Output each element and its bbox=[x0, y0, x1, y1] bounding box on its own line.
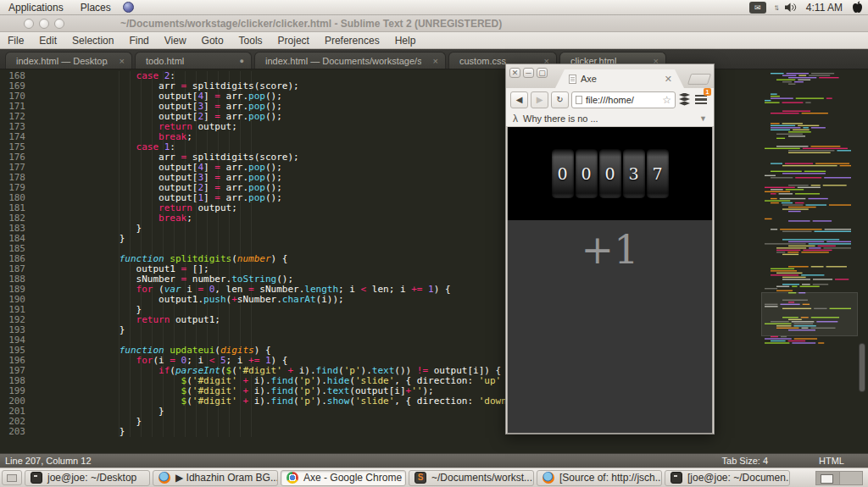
show-desktop-button[interactable] bbox=[2, 470, 22, 485]
line-number: 203 bbox=[0, 427, 25, 437]
chrome-menu-button[interactable]: 1 bbox=[694, 93, 709, 107]
bookmarks-bar: λ Why there is no ... ▼ bbox=[506, 111, 714, 127]
menu-preferences[interactable]: Preferences bbox=[317, 32, 387, 48]
browser-globe-icon[interactable] bbox=[123, 2, 134, 13]
menu-selection[interactable]: Selection bbox=[64, 32, 121, 48]
forward-button[interactable]: ▶ bbox=[531, 91, 548, 108]
odometer-digit: 0 bbox=[552, 149, 574, 198]
terminal-icon bbox=[31, 472, 42, 484]
menu-view[interactable]: View bbox=[157, 32, 194, 48]
syntax-indicator[interactable]: HTML bbox=[819, 456, 844, 466]
panel-menu-places[interactable]: Places bbox=[72, 2, 120, 14]
chrome-window: ✕ ─ ▢ Axe ✕ ◀ ▶ ↻ file:///home/ ☆ bbox=[505, 64, 715, 434]
network-icon[interactable]: ↑↓ bbox=[774, 3, 777, 12]
mail-icon[interactable]: ✉ bbox=[749, 2, 766, 14]
taskbar-window-label: ▶ Idhazhin Oram BG... bbox=[175, 472, 278, 484]
tab-close-icon[interactable]: × bbox=[108, 56, 125, 66]
tab-close-icon[interactable]: × bbox=[421, 56, 438, 66]
odometer-digit: 0 bbox=[599, 149, 621, 198]
odometer-counter: 00037 bbox=[508, 127, 712, 220]
terminal-icon bbox=[670, 472, 682, 484]
taskbar-window-label: [joe@joe: ~/Documen... bbox=[687, 472, 790, 484]
volume-icon[interactable] bbox=[785, 3, 797, 13]
workspace-1[interactable] bbox=[816, 472, 839, 484]
minimap[interactable] bbox=[761, 71, 858, 351]
close-window-button[interactable] bbox=[24, 19, 34, 29]
menu-project[interactable]: Project bbox=[270, 32, 317, 48]
sublime-statusbar: Line 207, Column 12 Tab Size: 4 HTML bbox=[0, 453, 868, 468]
tab-size-indicator[interactable]: Tab Size: 4 bbox=[722, 456, 768, 466]
url-text[interactable]: file:///home/ bbox=[586, 95, 634, 105]
firefox-icon bbox=[159, 472, 170, 484]
taskbar-window-label: joe@joe: ~/Desktop bbox=[47, 472, 136, 484]
minimize-window-button[interactable] bbox=[39, 19, 49, 29]
tab-label: index.html — Desktop/Travel bbox=[16, 56, 108, 66]
workspace-2[interactable] bbox=[839, 472, 862, 484]
sublime-titlebar[interactable]: ~/Documents/workstage/clicker/clicker.ht… bbox=[0, 15, 868, 32]
taskbar-window-button[interactable]: [Source of: http://jsch... bbox=[537, 470, 662, 486]
sublime-tabbar: index.html — Desktop/Travel×todo.html●in… bbox=[0, 49, 868, 69]
increment-button[interactable]: +1 bbox=[508, 227, 712, 273]
tab-label: custom.css bbox=[459, 56, 506, 66]
task-items: joe@joe: ~/Desktop▶ Idhazhin Oram BG...A… bbox=[25, 470, 790, 486]
taskbar-window-button[interactable]: [joe@joe: ~/Documen... bbox=[665, 470, 790, 486]
forward-icon: ▶ bbox=[537, 95, 543, 104]
editor-tab[interactable]: index.html — Desktop/Travel× bbox=[5, 52, 132, 69]
back-button[interactable]: ◀ bbox=[510, 91, 528, 108]
menu-goto[interactable]: Goto bbox=[194, 32, 231, 48]
sublime-menubar: FileEditSelectionFindViewGotoToolsProjec… bbox=[0, 32, 868, 49]
menu-file[interactable]: File bbox=[0, 32, 31, 48]
chrome-maximize-button[interactable]: ▢ bbox=[537, 68, 548, 78]
lambda-favicon-icon: λ bbox=[513, 113, 518, 125]
taskbar: joe@joe: ~/Desktop▶ Idhazhin Oram BG...A… bbox=[0, 468, 868, 487]
bookmark-star-icon[interactable]: ☆ bbox=[662, 94, 671, 106]
show-desktop-icon bbox=[7, 474, 17, 482]
menu-tools[interactable]: Tools bbox=[231, 32, 270, 48]
chrome-tab[interactable]: Axe ✕ bbox=[555, 69, 684, 88]
odometer-digit: 0 bbox=[576, 149, 598, 198]
window-title: ~/Documents/workstage/clicker/clicker.ht… bbox=[120, 18, 502, 30]
firefox-icon bbox=[542, 472, 554, 484]
window-controls bbox=[24, 19, 64, 29]
address-bar[interactable]: file:///home/ ☆ bbox=[571, 91, 676, 108]
new-tab-button[interactable] bbox=[687, 74, 711, 85]
dirty-dot-icon[interactable]: ● bbox=[228, 57, 244, 65]
layers-icon[interactable] bbox=[678, 93, 692, 107]
update-badge: 1 bbox=[704, 88, 711, 96]
desktop-top-panel: ApplicationsPlaces ✉ ↑↓ 4:11 AM bbox=[0, 0, 868, 15]
chrome-close-button[interactable]: ✕ bbox=[509, 68, 520, 78]
tab-label: todo.html bbox=[146, 56, 184, 66]
taskbar-window-button[interactable]: ▶ Idhazhin Oram BG... bbox=[153, 470, 278, 486]
chrome-tab-close-icon[interactable]: ✕ bbox=[665, 74, 672, 85]
page-favicon-icon bbox=[569, 75, 576, 84]
chrome-minimize-button[interactable]: ─ bbox=[523, 68, 534, 78]
panel-menu-applications[interactable]: Applications bbox=[0, 2, 72, 14]
page-content: 00037 +1 bbox=[507, 127, 713, 434]
panel-menus: ApplicationsPlaces bbox=[0, 2, 120, 14]
odometer-digit: 7 bbox=[647, 149, 669, 198]
menu-help[interactable]: Help bbox=[387, 32, 424, 48]
clock[interactable]: 4:11 AM bbox=[804, 2, 844, 14]
editor-tab[interactable]: index.html — Documents/workstage/smsport… bbox=[254, 52, 446, 69]
chrome-window-controls: ✕ ─ ▢ bbox=[509, 68, 548, 78]
taskbar-window-label: [Source of: http://jsch... bbox=[559, 472, 662, 484]
maximize-window-button[interactable] bbox=[54, 19, 64, 29]
editor-tab[interactable]: todo.html● bbox=[135, 52, 252, 69]
reload-icon: ↻ bbox=[556, 95, 563, 104]
bookmarks-overflow-icon[interactable]: ▼ bbox=[699, 114, 707, 123]
taskbar-window-button[interactable]: S~/Documents/workst... bbox=[409, 470, 534, 486]
code-editor[interactable]: 168 case 2:169 arr = splitdigits(score);… bbox=[0, 69, 868, 453]
chrome-icon bbox=[287, 472, 298, 484]
taskbar-window-button[interactable]: joe@joe: ~/Desktop bbox=[25, 470, 150, 486]
url-page-icon bbox=[576, 96, 582, 104]
bookmark-item[interactable]: Why there is no ... bbox=[523, 113, 598, 124]
editor-scrollbar-thumb[interactable] bbox=[859, 343, 865, 392]
menu-find[interactable]: Find bbox=[121, 32, 156, 48]
reload-button[interactable]: ↻ bbox=[551, 91, 569, 108]
chrome-titlebar[interactable]: ✕ ─ ▢ Axe ✕ bbox=[506, 64, 714, 88]
odometer-digit: 3 bbox=[623, 149, 645, 198]
menu-edit[interactable]: Edit bbox=[31, 32, 64, 48]
taskbar-window-label: Axe - Google Chrome bbox=[303, 472, 402, 484]
apple-icon[interactable] bbox=[852, 1, 863, 14]
taskbar-window-button[interactable]: Axe - Google Chrome bbox=[281, 470, 406, 486]
